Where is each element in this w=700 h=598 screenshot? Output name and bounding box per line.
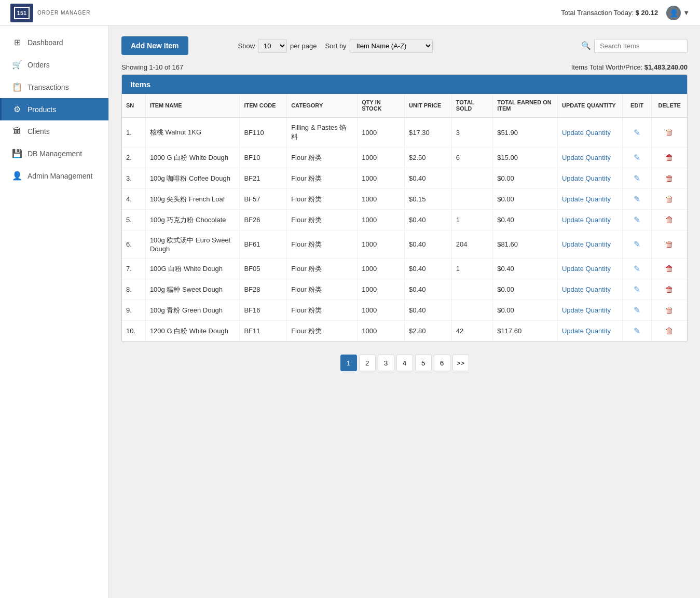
sort-select[interactable]: Item Name (A-Z) Item Name (Z-A) Price (L… <box>350 39 433 53</box>
sidebar-item-admin-management[interactable]: 👤 Admin Management <box>0 165 108 187</box>
sidebar-item-db-management[interactable]: 💾 DB Management <box>0 142 108 165</box>
cell-delete[interactable]: 🗑 <box>652 321 687 342</box>
delete-icon[interactable]: 🗑 <box>665 215 674 224</box>
delete-icon[interactable]: 🗑 <box>665 128 674 137</box>
sidebar-item-label: DB Management <box>28 150 82 158</box>
cell-sn: 4. <box>122 189 145 210</box>
delete-icon[interactable]: 🗑 <box>665 174 674 183</box>
cell-edit[interactable]: ✎ <box>622 117 652 147</box>
update-quantity-link[interactable]: Update Quantity <box>562 174 611 182</box>
cell-update-quantity[interactable]: Update Quantity <box>557 300 622 321</box>
update-quantity-link[interactable]: Update Quantity <box>562 129 611 137</box>
update-quantity-link[interactable]: Update Quantity <box>562 265 611 273</box>
cell-edit[interactable]: ✎ <box>622 168 652 189</box>
sidebar-item-orders[interactable]: 🛒 Orders <box>0 53 108 76</box>
cell-update-quantity[interactable]: Update Quantity <box>557 230 622 259</box>
sidebar-item-label: Dashboard <box>28 38 63 47</box>
page-button-2[interactable]: 2 <box>359 355 376 371</box>
delete-icon[interactable]: 🗑 <box>665 195 674 203</box>
edit-icon[interactable]: ✎ <box>634 195 640 203</box>
cell-delete[interactable]: 🗑 <box>652 300 687 321</box>
cell-delete[interactable]: 🗑 <box>652 259 687 279</box>
cell-item-code: BF57 <box>240 189 287 210</box>
per-page-select[interactable]: 10 25 50 100 <box>258 39 287 53</box>
cell-delete[interactable]: 🗑 <box>652 117 687 147</box>
delete-icon[interactable]: 🗑 <box>665 264 674 273</box>
cell-update-quantity[interactable]: Update Quantity <box>557 259 622 279</box>
cell-update-quantity[interactable]: Update Quantity <box>557 279 622 300</box>
update-quantity-link[interactable]: Update Quantity <box>562 195 611 203</box>
cell-unit-price: $17.30 <box>405 117 452 147</box>
update-quantity-link[interactable]: Update Quantity <box>562 154 611 161</box>
search-input[interactable] <box>594 39 688 53</box>
add-new-item-button[interactable]: Add New Item <box>121 36 188 55</box>
cell-delete[interactable]: 🗑 <box>652 230 687 259</box>
col-header-total-sold: TOTAL SOLD <box>451 94 492 117</box>
col-header-category: CATEGORY <box>287 94 358 117</box>
page-button-1[interactable]: 1 <box>340 355 357 371</box>
cell-edit[interactable]: ✎ <box>622 230 652 259</box>
cell-update-quantity[interactable]: Update Quantity <box>557 168 622 189</box>
sidebar-item-transactions[interactable]: 📋 Transactions <box>0 76 108 98</box>
edit-icon[interactable]: ✎ <box>634 153 640 162</box>
toolbar: Add New Item Show 10 25 50 100 per page … <box>121 36 688 55</box>
table-row: 8. 100g 糯种 Sweet Dough BF28 Flour 粉类 100… <box>122 279 687 300</box>
cell-sn: 5. <box>122 210 145 230</box>
cell-delete[interactable]: 🗑 <box>652 210 687 230</box>
search-icon: 🔍 <box>581 41 591 50</box>
page-button-6[interactable]: 6 <box>434 355 450 371</box>
cell-update-quantity[interactable]: Update Quantity <box>557 117 622 147</box>
cell-unit-price: $0.40 <box>405 168 452 189</box>
edit-icon[interactable]: ✎ <box>634 327 640 335</box>
sidebar-item-dashboard[interactable]: ⊞ Dashboard <box>0 31 108 53</box>
cell-edit[interactable]: ✎ <box>622 147 652 168</box>
update-quantity-link[interactable]: Update Quantity <box>562 216 611 224</box>
cell-edit[interactable]: ✎ <box>622 300 652 321</box>
cell-item-name: 1000 G 白粉 White Dough <box>145 147 240 168</box>
clients-icon: 🏛 <box>12 127 22 136</box>
pagination: 1 2 3 4 5 6 >> <box>121 355 688 371</box>
cell-edit[interactable]: ✎ <box>622 189 652 210</box>
edit-icon[interactable]: ✎ <box>634 285 640 294</box>
edit-icon[interactable]: ✎ <box>634 306 640 315</box>
cell-edit[interactable]: ✎ <box>622 321 652 342</box>
cell-item-code: BF26 <box>240 210 287 230</box>
update-quantity-link[interactable]: Update Quantity <box>562 327 611 335</box>
delete-icon[interactable]: 🗑 <box>665 285 674 294</box>
sidebar-item-clients[interactable]: 🏛 Clients <box>0 120 108 142</box>
delete-icon[interactable]: 🗑 <box>665 327 674 335</box>
cell-delete[interactable]: 🗑 <box>652 279 687 300</box>
update-quantity-link[interactable]: Update Quantity <box>562 286 611 293</box>
page-button-3[interactable]: 3 <box>378 355 394 371</box>
cell-delete[interactable]: 🗑 <box>652 147 687 168</box>
cell-update-quantity[interactable]: Update Quantity <box>557 189 622 210</box>
cell-update-quantity[interactable]: Update Quantity <box>557 321 622 342</box>
page-button-5[interactable]: 5 <box>415 355 432 371</box>
edit-icon[interactable]: ✎ <box>634 264 640 273</box>
delete-icon[interactable]: 🗑 <box>665 306 674 315</box>
user-dropdown[interactable]: 👤 ▼ <box>666 6 690 20</box>
edit-icon[interactable]: ✎ <box>634 240 640 249</box>
cell-delete[interactable]: 🗑 <box>652 168 687 189</box>
delete-icon[interactable]: 🗑 <box>665 240 674 249</box>
cell-item-code: BF21 <box>240 168 287 189</box>
sort-section: Sort by Item Name (A-Z) Item Name (Z-A) … <box>325 39 432 53</box>
edit-icon[interactable]: ✎ <box>634 128 640 137</box>
cell-delete[interactable]: 🗑 <box>652 189 687 210</box>
total-transaction: Total Transaction Today: $ 20.12 <box>561 9 658 17</box>
cell-edit[interactable]: ✎ <box>622 210 652 230</box>
edit-icon[interactable]: ✎ <box>634 174 640 183</box>
edit-icon[interactable]: ✎ <box>634 215 640 224</box>
page-button-4[interactable]: 4 <box>396 355 413 371</box>
update-quantity-link[interactable]: Update Quantity <box>562 240 611 248</box>
page-button-next[interactable]: >> <box>452 355 469 371</box>
cell-edit[interactable]: ✎ <box>622 279 652 300</box>
cell-item-name: 100G 白粉 White Dough <box>145 259 240 279</box>
sidebar-item-products[interactable]: ⚙ Products <box>0 98 108 120</box>
delete-icon[interactable]: 🗑 <box>665 153 674 162</box>
cell-edit[interactable]: ✎ <box>622 259 652 279</box>
sidebar-item-label: Admin Management <box>28 172 92 180</box>
cell-update-quantity[interactable]: Update Quantity <box>557 210 622 230</box>
cell-update-quantity[interactable]: Update Quantity <box>557 147 622 168</box>
update-quantity-link[interactable]: Update Quantity <box>562 306 611 314</box>
